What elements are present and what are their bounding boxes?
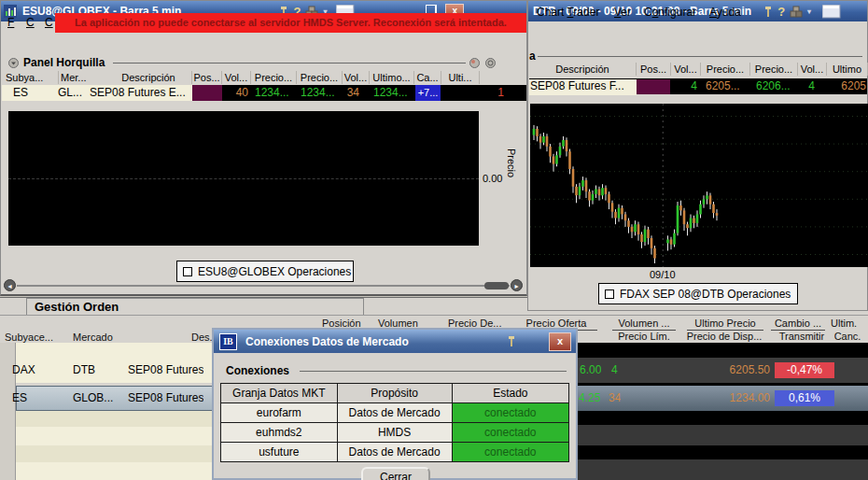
chart-legend[interactable]: ESU8@GLOBEX Operaciones bbox=[176, 261, 354, 282]
window-icon[interactable] bbox=[822, 5, 841, 19]
menu-fragment[interactable]: C bbox=[26, 16, 35, 29]
col-header-ultim[interactable]: Ultim. bbox=[831, 318, 857, 329]
col-descripcion[interactable]: Descripción bbox=[529, 63, 637, 76]
menu-ver[interactable]: Ver bbox=[614, 6, 631, 19]
col-vol-ask[interactable]: Vol... bbox=[343, 71, 370, 84]
col-header-transmitir[interactable]: Transmitir bbox=[777, 331, 827, 344]
order-market: DTB bbox=[73, 363, 95, 376]
menu-ayuda[interactable]: Ayuda bbox=[709, 6, 741, 19]
col-precio-ask[interactable]: Precio... bbox=[297, 71, 343, 84]
legend-label: ESU8@GLOBEX Operaciones bbox=[198, 265, 351, 278]
precio-oferta-value: 4.25 bbox=[579, 391, 600, 404]
y-axis-label: Precio bbox=[506, 148, 517, 177]
connection-row: eurofarm Datos de Mercado conectado bbox=[221, 403, 569, 423]
menu-fragment[interactable]: F bbox=[7, 16, 14, 29]
legend-label: FDAX SEP 08@DTB Operaciones bbox=[620, 288, 791, 301]
cambio-badge: 0,61% bbox=[775, 390, 834, 406]
col-header-subyacente[interactable]: Subyace... bbox=[5, 332, 53, 343]
col-posicion[interactable]: Pos... bbox=[637, 63, 671, 76]
quote-table-header: Subya... Mer... Descripción Pos... Vol..… bbox=[2, 71, 526, 85]
precio-bid-value: 1234... bbox=[255, 86, 289, 99]
dialog-titlebar[interactable]: IB Conexiones Datos de Mercado x bbox=[214, 330, 576, 353]
scroll-right-button[interactable]: ▸ bbox=[511, 279, 523, 291]
menu-chart-trader[interactable]: Chart Trader bbox=[537, 6, 599, 19]
candlestick-chart-svg bbox=[530, 104, 868, 267]
col-posicion[interactable]: Pos... bbox=[192, 71, 222, 84]
panel-tool-icon-1[interactable] bbox=[469, 58, 480, 68]
quote-market: GL... bbox=[58, 86, 82, 99]
dialog-title: Conexiones Datos de Mercado bbox=[245, 335, 409, 348]
col-header-cambio[interactable]: Cambio ... bbox=[771, 318, 825, 331]
dialog-close-button[interactable]: x bbox=[549, 332, 571, 351]
precio-oferta-value: 6.00 bbox=[580, 363, 601, 376]
farm-purpose: Datos de Mercado bbox=[337, 403, 452, 423]
col-mercado[interactable]: Mer... bbox=[59, 71, 107, 84]
col-vol-bid[interactable]: Vol... bbox=[671, 63, 701, 76]
trading-workspace: Gestión Orden Posición Volumen Precio De… bbox=[0, 0, 868, 480]
precio-bid-value: 6205... bbox=[706, 79, 740, 92]
vol-bid-value: 40 bbox=[224, 86, 248, 99]
orders-panel-tab[interactable]: Gestión Orden bbox=[26, 298, 364, 315]
quote-description: SEP08 Futures E... bbox=[90, 86, 186, 99]
ib-logo-icon: IB bbox=[219, 333, 237, 350]
y-axis-tick: 0.00 bbox=[483, 173, 502, 184]
market-data-connections-dialog[interactable]: IB Conexiones Datos de Mercado x Conexio… bbox=[212, 328, 578, 480]
col-vol-bid[interactable]: Vol... bbox=[222, 71, 251, 84]
header-purpose: Propósito bbox=[337, 384, 452, 403]
quote-row[interactable]: SEP08 Futures F... 4 6205... 6206... 4 6… bbox=[529, 78, 867, 94]
col-precio-ask[interactable]: Precio... bbox=[750, 63, 798, 76]
group-cubes-icon[interactable] bbox=[790, 6, 803, 18]
precio-ask-value: 6206... bbox=[756, 79, 791, 92]
connection-row: usfuture Datos de Mercado conectado bbox=[221, 443, 569, 462]
help-icon[interactable]: ? bbox=[777, 5, 785, 19]
cerrar-button[interactable]: Cerrar bbox=[361, 467, 430, 480]
col-ultimo[interactable]: Ultimo bbox=[827, 63, 868, 76]
col-cambio[interactable]: Ca... bbox=[414, 71, 441, 84]
col-descripcion[interactable]: Descripción bbox=[105, 71, 192, 84]
col-vol-ask[interactable]: Vol... bbox=[798, 63, 827, 76]
col-subyacente[interactable]: Subya... bbox=[2, 71, 59, 84]
quote-row[interactable]: ES GL... SEP08 Futures E... 40 1234... 1… bbox=[2, 85, 526, 101]
order-underlying: ES bbox=[12, 391, 27, 404]
ultimo-precio-value: 1234.00 bbox=[691, 391, 770, 404]
col-header-precio-lim[interactable]: Precio Lím. bbox=[612, 331, 676, 344]
farm-purpose: HMDS bbox=[337, 423, 452, 443]
connections-header-row: Granja Datos MKT Propósito Estado bbox=[221, 384, 569, 403]
zero-gridline bbox=[8, 178, 479, 179]
col-precio-bid[interactable]: Precio... bbox=[701, 63, 750, 76]
panel-tool-icon-2[interactable] bbox=[485, 58, 496, 68]
panel-title-fragment: a bbox=[529, 49, 536, 63]
col-header-mercado[interactable]: Mercado bbox=[73, 332, 113, 343]
pin-icon[interactable] bbox=[507, 335, 516, 347]
col-header-precio-disp[interactable]: Precio de Disp... bbox=[678, 331, 771, 344]
connection-status: conectado bbox=[452, 443, 568, 462]
legend-checkbox-icon[interactable] bbox=[605, 289, 614, 299]
position-cell bbox=[637, 79, 670, 94]
ultimo-precio-value: 6205.50 bbox=[691, 363, 770, 376]
right-chart-window[interactable]: DTB - 09/09 - 09/10 10:21:08 - Barra 5 m… bbox=[527, 0, 868, 311]
scroll-left-button[interactable]: ◂ bbox=[4, 279, 16, 291]
farm-name: usfuture bbox=[221, 443, 338, 462]
col-ultimo2[interactable]: Ulti... bbox=[441, 71, 480, 84]
quote-table-header: Descripción Pos... Vol... Precio... Prec… bbox=[529, 63, 867, 77]
col-precio-bid[interactable]: Precio... bbox=[251, 71, 297, 84]
col-header-ultimo-precio[interactable]: Ultimo Precio bbox=[687, 318, 763, 331]
scroll-thumb[interactable] bbox=[484, 282, 509, 289]
farm-name: euhmds2 bbox=[221, 423, 338, 443]
quote-underlying: ES bbox=[13, 86, 28, 99]
pin-icon[interactable] bbox=[763, 6, 773, 18]
menu-fragment[interactable]: C bbox=[45, 16, 53, 29]
panel-collapse-icon[interactable] bbox=[8, 58, 19, 68]
col-header-volumen-2[interactable]: Volumen ... bbox=[612, 318, 676, 331]
header-farm: Granja Datos MKT bbox=[221, 384, 338, 403]
connections-table: Granja Datos MKT Propósito Estado eurofa… bbox=[220, 383, 569, 462]
legend-checkbox-icon[interactable] bbox=[183, 267, 192, 276]
chart-legend[interactable]: FDAX SEP 08@DTB Operaciones bbox=[598, 283, 798, 304]
connections-group-label: Conexiones bbox=[226, 364, 289, 377]
order-market: GLOB... bbox=[73, 391, 113, 404]
col-ultimo[interactable]: Ultimo... bbox=[370, 71, 414, 84]
menu-configurar[interactable]: Configurar bbox=[644, 6, 696, 19]
col-header-canc[interactable]: Canc. bbox=[829, 331, 866, 344]
group-dropdown-icon[interactable]: ▾ bbox=[807, 7, 811, 16]
left-chart-window[interactable]: ESU8@GLOBEX - Barra 5 min ? ▾ ▁ x F C C … bbox=[0, 0, 527, 296]
